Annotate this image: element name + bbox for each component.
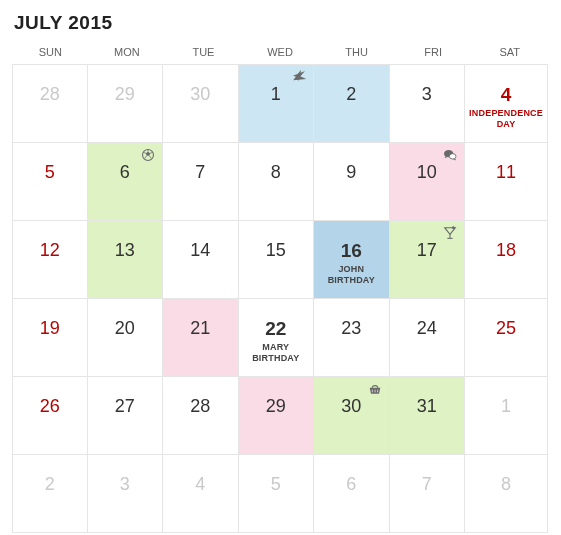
day-cell[interactable]: 23	[314, 299, 390, 377]
day-cell[interactable]: 17	[390, 221, 466, 299]
day-cell[interactable]: 4	[163, 455, 239, 533]
day-number: 24	[394, 319, 461, 337]
day-number: 17	[394, 241, 461, 259]
day-cell[interactable]: 31	[390, 377, 466, 455]
day-number: 12	[17, 241, 83, 259]
day-cell[interactable]: 13	[88, 221, 164, 299]
day-cell[interactable]: 1	[465, 377, 548, 455]
day-cell[interactable]: 8	[465, 455, 548, 533]
day-number: 2	[17, 475, 83, 493]
weekday-header: SUN	[12, 40, 89, 64]
day-cell[interactable]: 10	[390, 143, 466, 221]
day-number: 8	[243, 163, 310, 181]
day-cell[interactable]: 4INDEPENDENCE DAY	[465, 65, 548, 143]
day-cell[interactable]: 11	[465, 143, 548, 221]
day-number: 20	[92, 319, 159, 337]
day-cell[interactable]: 29	[239, 377, 315, 455]
day-cell[interactable]: 21	[163, 299, 239, 377]
day-number: 29	[92, 85, 159, 103]
day-number: 7	[167, 163, 234, 181]
day-number: 18	[469, 241, 543, 259]
calendar-grid: 2829301234INDEPENDENCE DAY56789101112131…	[12, 65, 548, 533]
day-number: 27	[92, 397, 159, 415]
day-number: 3	[92, 475, 159, 493]
day-event-label: JOHN BIRTHDAY	[318, 264, 385, 287]
day-number: 2	[318, 85, 385, 103]
weekday-header: SAT	[471, 40, 548, 64]
day-number: 25	[469, 319, 543, 337]
day-event-label: INDEPENDENCE DAY	[469, 108, 543, 131]
day-cell[interactable]: 19	[12, 299, 88, 377]
day-cell[interactable]: 7	[390, 455, 466, 533]
day-number: 23	[318, 319, 385, 337]
day-cell[interactable]: 16JOHN BIRTHDAY	[314, 221, 390, 299]
day-number: 22	[243, 319, 310, 338]
day-cell[interactable]: 12	[12, 221, 88, 299]
day-cell[interactable]: 5	[12, 143, 88, 221]
day-cell[interactable]: 24	[390, 299, 466, 377]
day-cell[interactable]: 6	[314, 455, 390, 533]
day-cell[interactable]: 8	[239, 143, 315, 221]
day-number: 15	[243, 241, 310, 259]
day-cell[interactable]: 25	[465, 299, 548, 377]
day-number: 21	[167, 319, 234, 337]
day-cell[interactable]: 26	[12, 377, 88, 455]
day-cell[interactable]: 29	[88, 65, 164, 143]
day-number: 11	[469, 163, 543, 181]
day-number: 30	[318, 397, 385, 415]
day-number: 4	[469, 85, 543, 104]
day-number: 3	[394, 85, 461, 103]
weekday-header: MON	[89, 40, 166, 64]
day-number: 28	[17, 85, 83, 103]
day-number: 5	[17, 163, 83, 181]
day-number: 19	[17, 319, 83, 337]
day-cell[interactable]: 15	[239, 221, 315, 299]
calendar: JULY 2015 SUNMONTUEWEDTHUFRISAT 28293012…	[12, 12, 548, 533]
day-cell[interactable]: 18	[465, 221, 548, 299]
day-number: 26	[17, 397, 83, 415]
cocktail-icon	[442, 225, 458, 241]
day-cell[interactable]: 1	[239, 65, 315, 143]
day-number: 9	[318, 163, 385, 181]
basket-icon	[367, 381, 383, 397]
day-number: 5	[243, 475, 310, 493]
day-cell[interactable]: 30	[163, 65, 239, 143]
chat-icon	[442, 147, 458, 163]
weekday-header-row: SUNMONTUEWEDTHUFRISAT	[12, 40, 548, 65]
day-cell[interactable]: 28	[12, 65, 88, 143]
day-cell[interactable]: 7	[163, 143, 239, 221]
day-number: 7	[394, 475, 461, 493]
day-number: 29	[243, 397, 310, 415]
day-number: 1	[243, 85, 310, 103]
day-cell[interactable]: 22MARY BIRTHDAY	[239, 299, 315, 377]
day-number: 10	[394, 163, 461, 181]
day-cell[interactable]: 9	[314, 143, 390, 221]
day-event-label: MARY BIRTHDAY	[243, 342, 310, 365]
day-number: 16	[318, 241, 385, 260]
day-number: 6	[318, 475, 385, 493]
day-number: 4	[167, 475, 234, 493]
day-number: 30	[167, 85, 234, 103]
day-cell[interactable]: 5	[239, 455, 315, 533]
day-number: 28	[167, 397, 234, 415]
day-cell[interactable]: 27	[88, 377, 164, 455]
day-number: 1	[469, 397, 543, 415]
day-cell[interactable]: 2	[12, 455, 88, 533]
airplane-icon	[291, 69, 307, 85]
weekday-header: FRI	[395, 40, 472, 64]
day-number: 6	[92, 163, 159, 181]
weekday-header: THU	[318, 40, 395, 64]
day-cell[interactable]: 14	[163, 221, 239, 299]
day-cell[interactable]: 20	[88, 299, 164, 377]
day-cell[interactable]: 3	[88, 455, 164, 533]
day-number: 13	[92, 241, 159, 259]
day-number: 14	[167, 241, 234, 259]
calendar-title: JULY 2015	[14, 12, 548, 34]
soccer-icon	[140, 147, 156, 163]
day-cell[interactable]: 28	[163, 377, 239, 455]
day-cell[interactable]: 30	[314, 377, 390, 455]
day-number: 8	[469, 475, 543, 493]
day-cell[interactable]: 2	[314, 65, 390, 143]
day-cell[interactable]: 3	[390, 65, 466, 143]
day-cell[interactable]: 6	[88, 143, 164, 221]
